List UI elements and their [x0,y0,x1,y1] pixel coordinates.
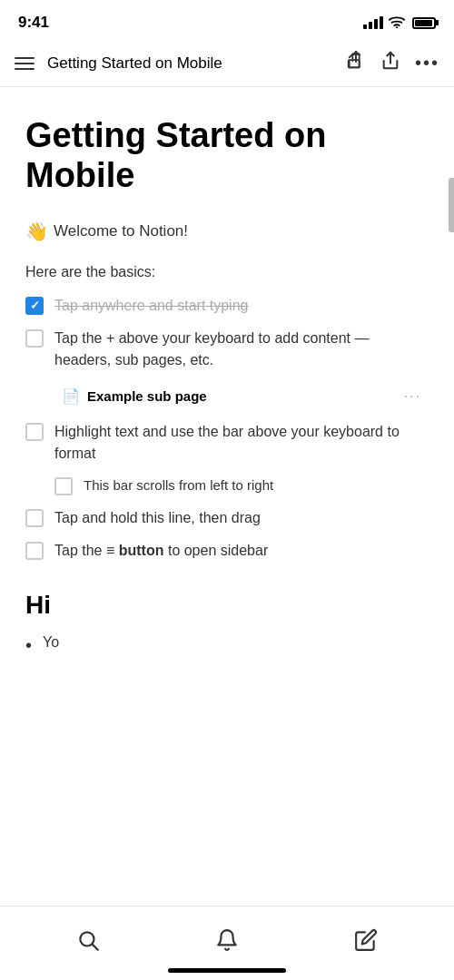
share-button[interactable] [380,51,400,75]
checkbox-5[interactable] [25,542,44,560]
search-tab[interactable] [76,928,100,952]
page-icon: 📄 [62,387,80,405]
checklist-item: Tap anywhere and start typing [25,295,429,317]
status-time: 9:41 [18,14,49,32]
nested-checkbox[interactable] [54,477,73,495]
checklist: Tap anywhere and start typing Tap the + … [25,295,429,562]
checklist-item: Tap the + above your keyboard to add con… [25,328,429,371]
nested-item-text: This bar scrolls from left to right [84,475,429,496]
nav-bar: Getting Started on Mobile ••• [0,40,454,87]
item-text-2: Tap the + above your keyboard to add con… [54,328,429,371]
welcome-text: Welcome to Notion! [54,222,188,240]
status-bar: 9:41 [0,0,454,40]
battery-icon [412,17,436,29]
svg-line-6 [93,944,98,949]
nested-item-row: This bar scrolls from left to right [54,475,429,496]
svg-point-0 [396,26,398,28]
item-text-3: Highlight text and use the bar above you… [54,421,429,465]
checkbox-3[interactable] [25,423,44,441]
sub-page-row[interactable]: 📄 Example sub page ··· [54,382,429,410]
nested-checklist-item: This bar scrolls from left to right [25,475,429,496]
wave-emoji: 👋 [25,220,48,242]
sub-page-item: 📄 Example sub page ··· [25,382,429,410]
checkbox-1[interactable] [25,297,44,315]
section-heading: Hi [25,591,429,620]
more-icon[interactable]: ••• [415,53,439,74]
checkbox-2[interactable] [25,329,44,348]
item-text-5: Tap the ≡ button to open sidebar [54,540,429,562]
notifications-tab[interactable] [215,928,239,952]
checklist-item: Tap the ≡ button to open sidebar [25,540,429,562]
signal-icon [363,16,383,29]
share-icon[interactable] [346,51,366,75]
nav-title: Getting Started on Mobile [47,54,346,73]
sub-page-title: Example sub page [87,388,404,404]
page-title: Getting Started on Mobile [25,116,429,195]
wifi-icon [389,15,405,31]
bullet-text: Yo [43,634,59,651]
nav-actions: ••• [346,51,439,75]
checkbox-4[interactable] [25,509,44,527]
home-indicator [168,968,286,973]
welcome-line: 👋 Welcome to Notion! [25,220,429,242]
item-text-1: Tap anywhere and start typing [54,295,429,317]
scroll-handle[interactable] [449,178,454,232]
checklist-item: Tap and hold this line, then drag [25,507,429,529]
sub-page-more-icon[interactable]: ··· [404,388,421,405]
bullet-item: • Yo [25,634,429,656]
menu-icon[interactable] [15,57,35,70]
item-text-4: Tap and hold this line, then drag [54,507,429,529]
checklist-item: Highlight text and use the bar above you… [25,421,429,465]
page-content: Getting Started on Mobile 👋 Welcome to N… [0,87,454,772]
basics-label: Here are the basics: [25,264,429,280]
bullet-dot: • [25,634,32,656]
bullet-list: • Yo [25,634,429,656]
status-icons [363,15,436,31]
compose-tab[interactable] [354,928,378,952]
